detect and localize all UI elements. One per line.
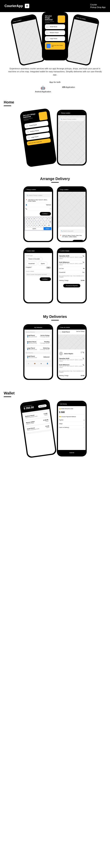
amount-input[interactable]: $ 500 [59,410,85,414]
section-home: Home Get your things Delivered Anything,… [0,95,110,171]
driver-avatar [59,352,63,355]
courier-illustration [38,111,48,121]
platforms-title: App for both [2,81,108,83]
platforms-block: App for both 🤖 Android Application iOS A… [0,79,110,95]
courier-illustration [58,16,65,23]
nav-deliveries-icon[interactable]: 📦 [34,363,36,364]
courier-detail-phone: ‹ Courier detail Courier type Flower & C… [23,248,53,303]
home-phone-left: Get your things Delivered Anything, Anyt… [20,108,57,167]
pin-icon: 📍 [60,235,62,238]
chat-icon[interactable]: 💬 [81,352,82,353]
arrange-title: Arrange Delivery [4,177,106,181]
nav-profile-icon[interactable]: 👤 [47,363,48,364]
continue-button[interactable]: Continue › [72,240,84,241]
back-icon[interactable]: ‹ [60,250,60,252]
android-icon: 🤖 [35,86,51,90]
home-title: Home [4,100,106,104]
call-icon[interactable]: 📞 [83,352,85,353]
ios-platform: iOS Application [62,86,75,93]
call-icon[interactable]: 📞 [83,358,85,362]
add-money-button[interactable]: Add Money [38,404,47,408]
type-chip[interactable]: Flower & Chocolate [25,257,43,261]
brand-name: CourierApp [4,4,23,8]
toggle[interactable]: NO [46,267,51,269]
brand-logo-icon: ✦ [25,4,29,8]
call-icon[interactable]: 📞 [83,255,85,259]
map-icon[interactable]: 🗺 [83,268,85,269]
delivery-item[interactable]: Small Parcel👤 Samantha SmithOut for Pick… [25,333,51,339]
detail-input[interactable]: Short Courier Description not more [25,273,51,276]
confirm-phone: ‹ Confirm Details Samantha Smith128 Mott… [57,248,87,303]
continue-button[interactable]: Continue › [40,277,51,281]
tagline-1: Courier [90,3,106,6]
call-icon[interactable]: 📞 [83,364,85,368]
payment-option[interactable]: PayPal● [59,418,85,422]
android-platform: 🤖 Android Application [35,86,51,93]
drop-phone: ‹ Drop Location 🔍 Search drop point 📍101… [57,186,87,242]
pin-icon: 📍 [25,199,27,202]
phone-icon: 📞 [25,208,27,210]
hero-phone-left: Drop Location [10,13,46,66]
hero-phone-center: Get your things Delivered Anything, Anyt… [42,12,68,60]
payment-option[interactable]: Cash on Delivery○ [59,426,85,429]
search-input[interactable]: 🔍 Search Pickup Location [60,117,84,121]
search-input[interactable]: 🔍 Search Pickup Location [25,194,51,197]
nav-home-icon[interactable]: ⌂ [28,363,29,364]
type-chip[interactable]: Household [25,261,37,266]
hero-title: Get your things Delivered [45,15,57,21]
delivery-item[interactable]: Large Parcel👤 Samantha SmithDelivering✎ … [25,346,51,351]
section-deliveries: My Deliveries My Deliveries Pending Deli… [0,309,110,385]
nav-wallet-icon[interactable]: ◈ [41,363,42,364]
key[interactable]: Q [25,217,27,220]
search-input[interactable]: 🔍 Search drop point [60,229,84,233]
deliveries-list-phone: My Deliveries Pending Deliveries Small P… [23,324,53,380]
delivery-item[interactable]: Medium Parcel👤 Samantha SmithPending✎ Ar… [25,340,51,345]
back-icon[interactable]: ‹ [60,327,60,328]
wallet-phone: Available Balance $ 350.50 Add Money Med… [20,399,57,458]
proceed-button[interactable]: Proceed to Payment [63,284,80,287]
pickup-phone: ‹ Pickup Location 🔍 Search Pickup Locati… [23,186,53,242]
home-phone-right: ‹ Pickup Location 🔍 Search Pickup Locati… [57,110,87,165]
order-title: Order ID 214521 [76,17,86,20]
continue-button[interactable]: Continue › [40,212,51,216]
landing-header: CourierApp ✦ Courier Pickup Drop App [0,0,110,12]
user-icon: 👤 [25,204,27,206]
app-description: Experience seamless courier services wit… [0,64,110,79]
tagline-2: Pickup Drop App [90,6,106,8]
hero-phone-right: Order ID 214521 [64,13,100,66]
back-icon[interactable]: ‹ [26,189,26,190]
payment-option[interactable]: Stripe○ [59,422,85,426]
wallet-title: Wallet [4,391,106,395]
call-icon[interactable]: 📞 [83,261,85,266]
promo-illustration [46,44,50,48]
parcel-small[interactable]: Small Parcel [45,24,65,29]
keyboard[interactable]: QWERTYUIOP ASDFGHJKL⌫ ⇧ZXCVBNM123 spaces… [24,217,52,231]
track-phone: ‹ Order ID 214521 Small Parcel Out for P… [57,324,87,380]
back-icon[interactable]: ‹ [26,250,26,252]
add-money-phone: ‹ Add Money 💰 Enter Amount to Add $ 500 … [57,401,87,457]
radio-icon: ● [84,419,85,421]
back-icon[interactable]: ‹ [60,403,60,405]
back-icon[interactable]: ‹ [60,189,60,190]
radio-icon: ○ [84,423,85,424]
radio-icon: ○ [84,427,85,428]
deliveries-title: My Deliveries [4,314,106,319]
submit-button[interactable]: Submit [58,450,86,455]
section-wallet: Wallet Available Balance $ 350.50 Add Mo… [0,385,110,462]
parcel-large[interactable]: Large Parcel [45,36,65,41]
back-icon[interactable]: ‹ [60,113,60,114]
type-chip[interactable]: Sports [38,261,47,266]
drop-loc-title: Drop Location [13,19,21,22]
promo-banner[interactable]: Send your first Courier free [45,42,65,50]
delivery-item[interactable]: Small Parcel👤 Samantha SmithDelivered [25,354,51,360]
hero-sub: Anything, Anytime, Anywhere. [45,21,57,23]
section-arrange: Arrange Delivery ‹ Pickup Location 🔍 Sea… [0,171,110,309]
hero-phones: Drop Location Get your things Delivered … [0,12,110,64]
parcel-medium[interactable]: Medium Parcel [45,30,65,35]
